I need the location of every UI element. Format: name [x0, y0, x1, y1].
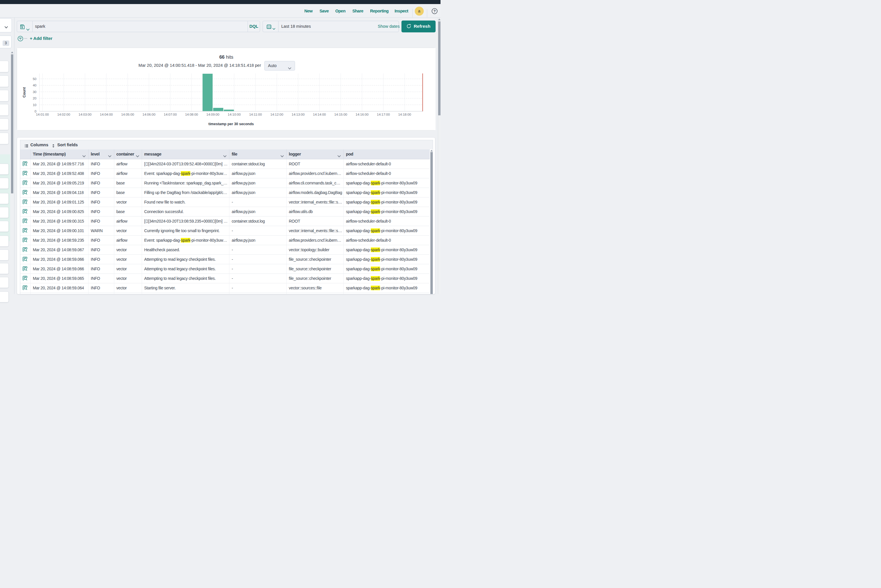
svg-text:14:18:00: 14:18:00 — [398, 112, 411, 116]
svg-text:14:02:00: 14:02:00 — [57, 112, 70, 116]
svg-text:14:03:00: 14:03:00 — [79, 112, 92, 116]
svg-text:14:10:00: 14:10:00 — [228, 112, 241, 116]
svg-text:40: 40 — [33, 84, 36, 87]
svg-text:14:17:00: 14:17:00 — [377, 112, 390, 116]
svg-text:50: 50 — [33, 77, 36, 80]
svg-text:14:04:00: 14:04:00 — [100, 112, 113, 116]
svg-text:14:13:00: 14:13:00 — [292, 112, 305, 116]
svg-text:14:12:00: 14:12:00 — [271, 112, 283, 116]
svg-text:14:06:00: 14:06:00 — [143, 112, 156, 116]
svg-text:10: 10 — [33, 103, 36, 106]
svg-text:30: 30 — [33, 90, 36, 93]
svg-text:Count: Count — [22, 87, 26, 98]
svg-text:14:05:00: 14:05:00 — [121, 112, 134, 116]
svg-text:14:08:00: 14:08:00 — [185, 112, 198, 116]
svg-text:?: ? — [433, 9, 436, 13]
svg-text:timestamp per 30 seconds: timestamp per 30 seconds — [208, 122, 254, 126]
svg-text:14:15:00: 14:15:00 — [334, 112, 347, 116]
svg-text:14:07:00: 14:07:00 — [164, 112, 177, 116]
svg-text:14:11:00: 14:11:00 — [249, 112, 262, 116]
svg-text:14:14:00: 14:14:00 — [313, 112, 326, 116]
svg-text:14:01:00: 14:01:00 — [36, 112, 49, 116]
svg-text:14:09:00: 14:09:00 — [206, 112, 219, 116]
svg-text:14:16:00: 14:16:00 — [355, 112, 368, 116]
svg-text:20: 20 — [33, 96, 36, 100]
